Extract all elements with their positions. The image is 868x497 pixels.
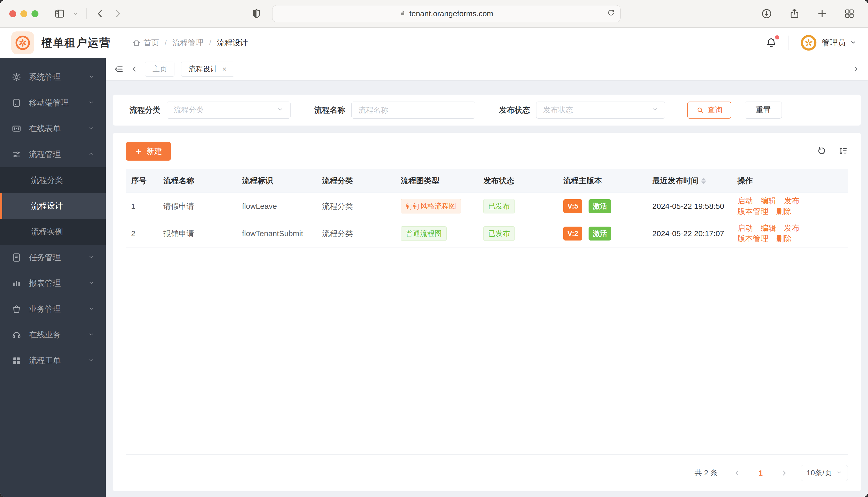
share-icon[interactable]: [785, 8, 804, 19]
name-filter-input-wrap: [352, 102, 475, 118]
tabs-scroll-left-icon[interactable]: [130, 65, 138, 73]
column-header-main-version: 流程主版本: [558, 169, 647, 193]
category-filter-select[interactable]: 流程分类: [167, 102, 291, 118]
mobile-icon: [11, 98, 22, 108]
forward-button[interactable]: [109, 9, 126, 19]
browser-toolbar: tenant.orangeforms.com: [0, 0, 868, 28]
filter-panel: 流程分类 流程分类 流程名称 发布状态: [113, 95, 861, 126]
sidebar-toggle-icon[interactable]: [50, 8, 69, 19]
column-header-actions: 操作: [732, 169, 848, 193]
notification-bell-icon[interactable]: [765, 37, 777, 49]
pagination-prev-icon[interactable]: [731, 469, 744, 477]
sidebar-item-process-ticket[interactable]: 流程工单: [0, 348, 106, 373]
search-button[interactable]: 查询: [687, 102, 731, 118]
action-edit-link[interactable]: 编辑: [761, 196, 776, 205]
column-header-published-at[interactable]: 最近发布时间: [647, 169, 732, 193]
action-publish-link[interactable]: 发布: [784, 224, 800, 232]
url-text: tenant.orangeforms.com: [409, 9, 493, 18]
chevron-down-icon: [88, 124, 94, 133]
breadcrumb-section[interactable]: 流程管理: [173, 38, 203, 48]
back-button[interactable]: [91, 9, 109, 19]
cell-actions: 启动 编辑 发布 版本管理 删除: [732, 193, 848, 220]
sort-carets-icon[interactable]: [701, 178, 706, 184]
window-close-button[interactable]: [9, 10, 16, 17]
status-filter-select[interactable]: 发布状态: [536, 102, 665, 118]
sidebar-item-task-mgmt[interactable]: 任务管理: [0, 245, 106, 270]
action-version-mgmt-link[interactable]: 版本管理: [738, 207, 768, 215]
sidebar-item-online-form[interactable]: 在线表单: [0, 116, 106, 142]
column-header-name: 流程名称: [158, 169, 237, 193]
action-publish-link[interactable]: 发布: [784, 196, 800, 205]
create-button[interactable]: 新建: [126, 142, 171, 160]
browser-window: tenant.orangeforms.com: [0, 0, 868, 497]
sidebar-item-online-business[interactable]: 在线业务: [0, 322, 106, 348]
chevron-down-icon: [277, 106, 284, 114]
cell-publish-status: 已发布: [478, 193, 558, 220]
sidebar-item-mobile[interactable]: 移动端管理: [0, 90, 106, 116]
action-edit-link[interactable]: 编辑: [761, 224, 776, 232]
address-bar[interactable]: tenant.orangeforms.com: [272, 5, 621, 22]
column-header-category: 流程分类: [317, 169, 396, 193]
page-size-select[interactable]: 10条/页: [801, 465, 848, 481]
privacy-shield-icon[interactable]: [247, 8, 265, 19]
notification-dot: [775, 35, 779, 40]
window-zoom-button[interactable]: [31, 10, 39, 17]
user-avatar[interactable]: [800, 34, 817, 51]
version-badge: V:2: [563, 227, 582, 241]
user-name[interactable]: 管理员: [822, 38, 846, 48]
tab-process-design[interactable]: 流程设计 ×: [181, 61, 234, 76]
process-table: 序号 流程名称 流程标识 流程分类 流程图类型 发布状态 流程主版本 最近发布时…: [126, 169, 848, 247]
search-icon: [696, 106, 704, 114]
row-density-icon[interactable]: [838, 146, 848, 157]
headphones-icon: [11, 330, 22, 340]
app-header: 橙单租户运营 首页 / 流程管理 / 流程设计: [0, 28, 868, 58]
tab-close-icon[interactable]: ×: [222, 65, 227, 73]
chevron-up-icon: [88, 150, 94, 159]
window-minimize-button[interactable]: [20, 10, 27, 17]
bar-chart-icon: [11, 278, 22, 288]
pagination-total: 共 2 条: [694, 468, 718, 478]
action-delete-link[interactable]: 删除: [776, 207, 791, 215]
tab-overview-icon[interactable]: [840, 8, 859, 19]
breadcrumb-separator: /: [209, 39, 211, 47]
new-tab-icon[interactable]: [813, 8, 831, 19]
sidebar-item-system[interactable]: 系统管理: [0, 64, 106, 90]
sidebar-item-process-design[interactable]: 流程设计: [0, 193, 106, 219]
publish-status-tag: 已发布: [483, 226, 515, 241]
sidebar-item-process-mgmt[interactable]: 流程管理: [0, 142, 106, 167]
user-menu-chevron-icon[interactable]: [850, 39, 857, 47]
breadcrumb: 首页 / 流程管理 / 流程设计: [132, 38, 248, 48]
downloads-icon[interactable]: [757, 8, 776, 19]
pagination: 共 2 条 1 10条/页: [126, 455, 848, 491]
reset-button[interactable]: 重置: [745, 102, 782, 118]
column-header-publish-status: 发布状态: [478, 169, 558, 193]
cell-key: flowLeave: [237, 193, 317, 220]
active-badge: 激活: [589, 227, 611, 241]
app-title: 橙单租户运营: [41, 36, 111, 50]
category-filter-label: 流程分类: [129, 105, 161, 115]
refresh-icon[interactable]: [817, 146, 827, 157]
action-start-link[interactable]: 启动: [738, 196, 753, 205]
sidebar-item-business-mgmt[interactable]: 业务管理: [0, 296, 106, 322]
cell-published-at: 2024-05-22 19:58:50: [647, 193, 732, 220]
table-row: 1 请假申请 flowLeave 流程分类 钉钉风格流程图 已发布 V:5 激活: [126, 193, 848, 220]
sidebar-chevron-icon[interactable]: [69, 11, 82, 16]
window-controls: [9, 10, 39, 17]
breadcrumb-home[interactable]: 首页: [132, 38, 159, 48]
name-filter-input[interactable]: [358, 106, 468, 114]
sidebar-item-process-instance[interactable]: 流程实例: [0, 219, 106, 245]
sidebar-item-report-mgmt[interactable]: 报表管理: [0, 270, 106, 296]
chevron-down-icon: [88, 356, 94, 365]
reload-icon[interactable]: [607, 9, 615, 19]
action-start-link[interactable]: 启动: [738, 224, 753, 232]
pagination-page-number[interactable]: 1: [759, 469, 763, 478]
sidebar-item-process-category[interactable]: 流程分类: [0, 167, 106, 193]
tabs-scroll-right-icon[interactable]: [852, 65, 860, 73]
cell-actions: 启动 编辑 发布 版本管理 删除: [732, 220, 848, 247]
pagination-next-icon[interactable]: [778, 469, 790, 477]
action-delete-link[interactable]: 删除: [776, 234, 791, 243]
action-version-mgmt-link[interactable]: 版本管理: [738, 234, 768, 243]
tab-home[interactable]: 主页: [145, 61, 175, 76]
collapse-menu-icon[interactable]: [114, 64, 124, 74]
cell-name: 请假申请: [158, 193, 237, 220]
